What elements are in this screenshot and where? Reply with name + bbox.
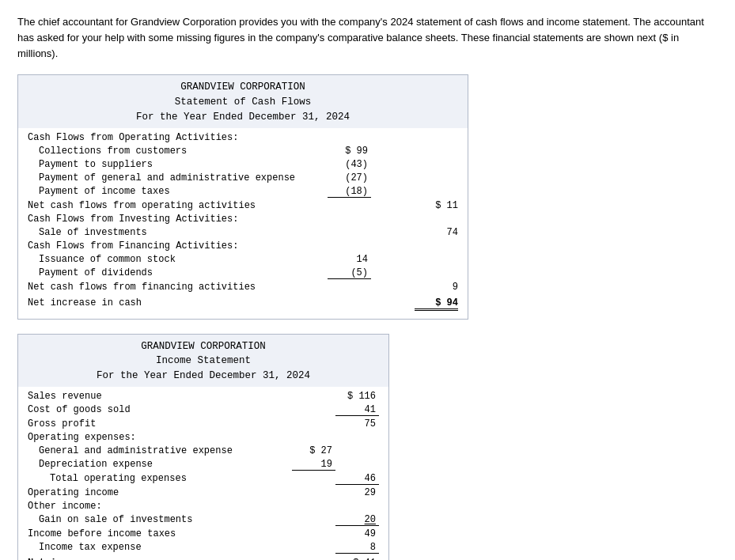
income-statement: GRANDVIEW CORPORATION Income Statement F… [17,334,389,560]
net-operating-val: $ 11 [415,200,458,211]
ga-expense-val: (27) [328,172,371,184]
income-before-tax-row: Income before income taxes 49 [28,528,379,541]
income-header: GRANDVIEW CORPORATION Income Statement F… [18,335,388,387]
depreciation-val: 19 [292,459,335,471]
income-before-tax-val: 49 [335,528,379,539]
collections-val: $ 99 [328,146,371,157]
collections-label: Collections from customers [28,146,328,157]
net-increase-val: $ 94 [415,297,458,311]
income-title: Income Statement [26,354,381,369]
dividends-row: Payment of dividends (5) [28,267,458,281]
sales-val: $ 116 [335,391,379,402]
suppliers-row: Payment to suppliers (43) [28,158,458,172]
sales-revenue-row: Sales revenue $ 116 [28,390,379,403]
cogs-row: Cost of goods sold 41 [28,403,379,418]
investments-row: Sale of investments 74 [28,226,458,240]
net-income-row: Net income $ 41 [28,557,379,560]
total-opex-val: 46 [335,473,379,485]
net-operating-label: Net cash flows from operating activities [28,200,328,211]
operating-income-row: Operating income 29 [28,486,379,500]
net-financing-row: Net cash flows from financing activities… [28,281,458,294]
sales-label: Sales revenue [28,391,292,402]
common-stock-val: 14 [328,254,371,265]
cogs-val: 41 [335,404,379,416]
tax-expense-val: 8 [335,542,379,554]
net-operating-row: Net cash flows from operating activities… [28,199,458,213]
other-income-header-row: Other income: [28,500,379,513]
ga-income-val: $ 27 [292,445,335,456]
income-period: For the Year Ended December 31, 2024 [26,369,381,384]
ga-income-row: General and administrative expense $ 27 [28,445,379,458]
tax-payment-val: (18) [328,186,371,198]
ga-income-label: General and administrative expense [28,445,292,456]
tax-payment-label: Payment of income taxes [28,186,328,198]
income-company: GRANDVIEW CORPORATION [26,339,381,354]
net-financing-val: 9 [415,282,458,293]
investing-header-row: Cash Flows from Investing Activities: [28,213,458,226]
cashflow-company: GRANDVIEW CORPORATION [26,80,460,95]
total-opex-row: Total operating expenses 46 [28,472,379,486]
gain-investments-row: Gain on sale of investments 20 [28,513,379,528]
operating-header-label: Cash Flows from Operating Activities: [28,132,328,143]
intro-paragraph: The chief accountant for Grandview Corpo… [17,14,718,62]
suppliers-label: Payment to suppliers [28,159,328,170]
financing-header-label: Cash Flows from Financing Activities: [28,240,328,252]
ga-expense-label: Payment of general and administrative ex… [28,172,328,184]
depreciation-label: Depreciation expense [28,459,292,471]
common-stock-row: Issuance of common stock 14 [28,253,458,267]
financing-header-row: Cash Flows from Financing Activities: [28,240,458,253]
gain-investments-label: Gain on sale of investments [28,514,292,526]
gross-profit-label: Gross profit [28,418,292,429]
net-financing-label: Net cash flows from financing activities [28,282,328,293]
dividends-val: (5) [328,267,371,279]
cashflow-body: Cash Flows from Operating Activities: Co… [18,128,468,319]
cashflow-statement: GRANDVIEW CORPORATION Statement of Cash … [17,74,468,319]
operating-header-row: Cash Flows from Operating Activities: [28,131,458,145]
common-stock-label: Issuance of common stock [28,254,328,265]
operating-income-val: 29 [335,487,379,498]
tax-expense-label: Income tax expense [28,542,292,554]
depreciation-row: Depreciation expense 19 [28,458,379,472]
gross-profit-row: Gross profit 75 [28,418,379,431]
investments-label: Sale of investments [28,227,328,238]
opex-header-row: Operating expenses: [28,431,379,445]
suppliers-val: (43) [328,159,371,170]
income-body: Sales revenue $ 116 Cost of goods sold 4… [18,387,388,560]
total-opex-label: Total operating expenses [28,473,292,485]
net-increase-label: Net increase in cash [28,297,328,311]
tax-expense-row: Income tax expense 8 [28,541,379,555]
cashflow-period: For the Year Ended December 31, 2024 [26,110,460,125]
dividends-label: Payment of dividends [28,267,328,279]
operating-income-label: Operating income [28,487,292,498]
investing-header-label: Cash Flows from Investing Activities: [28,214,328,225]
opex-header-label: Operating expenses: [28,432,292,443]
ga-expense-row: Payment of general and administrative ex… [28,172,458,185]
other-income-header-label: Other income: [28,501,292,512]
cashflow-header: GRANDVIEW CORPORATION Statement of Cash … [18,75,468,127]
cashflow-title: Statement of Cash Flows [26,95,460,110]
net-increase-row: Net increase in cash $ 94 [28,297,458,312]
gross-profit-val: 75 [335,418,379,429]
tax-payment-row: Payment of income taxes (18) [28,185,458,199]
collections-row: Collections from customers $ 99 [28,145,458,158]
cogs-label: Cost of goods sold [28,404,292,416]
investments-val: 74 [415,227,458,238]
income-before-tax-label: Income before income taxes [28,528,292,539]
gain-investments-val: 20 [335,514,379,526]
